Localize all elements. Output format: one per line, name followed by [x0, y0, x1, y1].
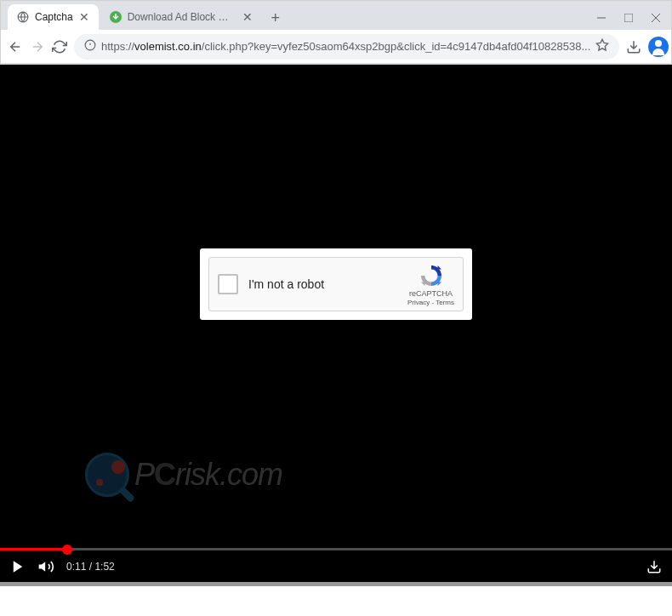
window-controls	[589, 6, 671, 30]
star-icon[interactable]	[595, 38, 609, 54]
download-icon[interactable]	[626, 35, 641, 59]
url-text: https://volemist.co.in/click.php?key=vyf…	[101, 40, 590, 53]
progress-fill	[0, 548, 67, 550]
globe-icon	[16, 10, 30, 24]
recaptcha-icon	[419, 263, 444, 288]
browser-window: Captcha ✕ Download Ad Block Genius ✕ + h…	[0, 0, 672, 65]
recaptcha-logo: reCAPTCHA Privacy - Terms	[407, 263, 454, 306]
svg-marker-17	[39, 562, 46, 572]
video-controls: 0:11 / 1:52	[0, 548, 672, 582]
new-tab-button[interactable]: +	[264, 6, 288, 30]
recaptcha-brand: reCAPTCHA	[409, 289, 453, 298]
bottom-border	[0, 582, 672, 586]
recaptcha-widget: I'm not a robot reCAPTCHA Privacy - Term…	[208, 257, 464, 311]
volume-button[interactable]	[37, 558, 54, 575]
watermark-text: PCrisk.com	[134, 457, 282, 493]
tab-captcha[interactable]: Captcha ✕	[8, 4, 99, 30]
download-icon	[109, 10, 122, 24]
tab-title: Download Ad Block Genius	[128, 11, 236, 23]
tab-title: Captcha	[35, 11, 73, 23]
maximize-button[interactable]	[617, 6, 641, 30]
recaptcha-label: I'm not a robot	[248, 277, 407, 291]
back-button[interactable]	[8, 35, 23, 59]
page-content: I'm not a robot reCAPTCHA Privacy - Term…	[0, 65, 672, 582]
svg-marker-13	[437, 265, 441, 270]
toolbar: https://volemist.co.in/click.php?key=vyf…	[1, 30, 671, 64]
minimize-button[interactable]	[589, 6, 613, 30]
play-button[interactable]	[10, 559, 26, 574]
account-button[interactable]	[648, 35, 669, 59]
tab-adblock[interactable]: Download Ad Block Genius ✕	[100, 4, 262, 30]
lock-icon	[84, 39, 96, 54]
terms-link[interactable]: Terms	[436, 299, 454, 306]
progress-bar[interactable]	[0, 548, 672, 550]
address-bar[interactable]: https://volemist.co.in/click.php?key=vyf…	[74, 34, 619, 60]
close-window-button[interactable]	[644, 6, 668, 30]
captcha-container: I'm not a robot reCAPTCHA Privacy - Term…	[200, 248, 472, 320]
watermark: PCrisk.com	[85, 453, 282, 497]
svg-marker-9	[597, 39, 608, 50]
svg-marker-14	[437, 282, 441, 286]
watermark-logo-icon	[85, 453, 129, 497]
forward-button[interactable]	[30, 35, 45, 59]
time-display: 0:11 / 1:52	[66, 561, 115, 573]
recaptcha-links: Privacy - Terms	[407, 299, 454, 306]
privacy-link[interactable]: Privacy	[407, 299, 430, 306]
download-video-button[interactable]	[646, 559, 662, 574]
control-row: 0:11 / 1:52	[0, 550, 672, 582]
svg-marker-15	[421, 282, 425, 286]
reload-button[interactable]	[52, 35, 67, 59]
tab-bar: Captcha ✕ Download Ad Block Genius ✕ +	[1, 1, 671, 30]
close-icon[interactable]: ✕	[242, 11, 253, 23]
svg-marker-16	[14, 561, 23, 573]
close-icon[interactable]: ✕	[78, 11, 90, 23]
svg-rect-3	[624, 14, 633, 22]
recaptcha-checkbox[interactable]	[218, 274, 238, 294]
